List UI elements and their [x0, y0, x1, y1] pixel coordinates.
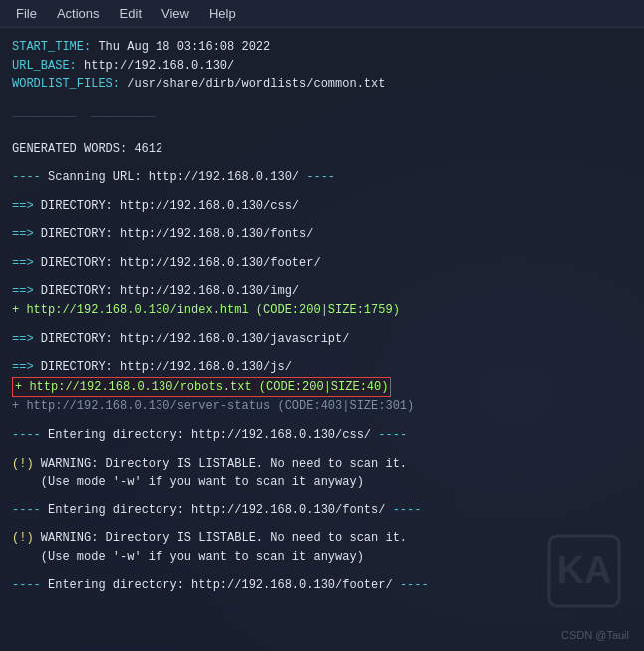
spacer-7 — [12, 272, 632, 282]
separator: ───────── ───────── — [12, 108, 632, 127]
menubar: File Actions Edit View Help — [0, 0, 644, 28]
menu-view[interactable]: View — [152, 4, 199, 23]
line-found-index: + http://192.168.0.130/index.html (CODE:… — [12, 301, 632, 320]
line-wordlist: WORDLIST_FILES: /usr/share/dirb/wordlist… — [12, 75, 632, 94]
line-warning-css-1: (!) WARNING: Directory IS LISTABLE. No n… — [12, 455, 632, 474]
spacer-8 — [12, 320, 632, 330]
spacer-10 — [12, 416, 632, 426]
line-entering-footer: ---- Entering directory: http://192.168.… — [12, 576, 632, 595]
line-url-base: URL_BASE: http://192.168.0.130/ — [12, 57, 632, 76]
menu-file[interactable]: File — [6, 4, 47, 23]
line-found-server-status: + http://192.168.0.130/server-status (CO… — [12, 397, 632, 416]
line-warning-css-2: (Use mode '-w' if you want to scan it an… — [12, 473, 632, 491]
spacer-4 — [12, 187, 632, 197]
line-scanning: ---- Scanning URL: http://192.168.0.130/… — [12, 168, 632, 187]
line-dir-javascript: ==> DIRECTORY: http://192.168.0.130/java… — [12, 330, 632, 349]
line-start-time: START_TIME: Thu Aug 18 03:16:08 2022 — [12, 38, 632, 57]
line-generated-words: GENERATED WORDS: 4612 — [12, 140, 632, 159]
spacer-14 — [12, 566, 632, 576]
spacer-5 — [12, 215, 632, 225]
spacer-13 — [12, 519, 632, 529]
line-warning-fonts-1: (!) WARNING: Directory IS LISTABLE. No n… — [12, 529, 632, 548]
line-dir-css: ==> DIRECTORY: http://192.168.0.130/css/ — [12, 197, 632, 216]
spacer-2 — [12, 130, 632, 140]
line-entering-css: ---- Entering directory: http://192.168.… — [12, 426, 632, 445]
spacer-6 — [12, 244, 632, 254]
line-dir-js: ==> DIRECTORY: http://192.168.0.130/js/ — [12, 358, 632, 377]
spacer-12 — [12, 491, 632, 501]
spacer-9 — [12, 348, 632, 358]
menu-actions[interactable]: Actions — [47, 4, 110, 23]
line-dir-fonts: ==> DIRECTORY: http://192.168.0.130/font… — [12, 225, 632, 244]
terminal-output: START_TIME: Thu Aug 18 03:16:08 2022 URL… — [0, 28, 644, 651]
line-entering-fonts: ---- Entering directory: http://192.168.… — [12, 501, 632, 520]
line-dir-footer: ==> DIRECTORY: http://192.168.0.130/foot… — [12, 254, 632, 273]
line-warning-fonts-2: (Use mode '-w' if you want to scan it an… — [12, 548, 632, 567]
line-highlight-robots: + http://192.168.0.130/robots.txt (CODE:… — [12, 377, 632, 398]
menu-help[interactable]: Help — [199, 4, 246, 23]
line-dir-img: ==> DIRECTORY: http://192.168.0.130/img/ — [12, 282, 632, 301]
spacer-1 — [12, 94, 632, 104]
spacer-3 — [12, 159, 632, 168]
spacer-11 — [12, 445, 632, 455]
menu-edit[interactable]: Edit — [110, 4, 152, 23]
